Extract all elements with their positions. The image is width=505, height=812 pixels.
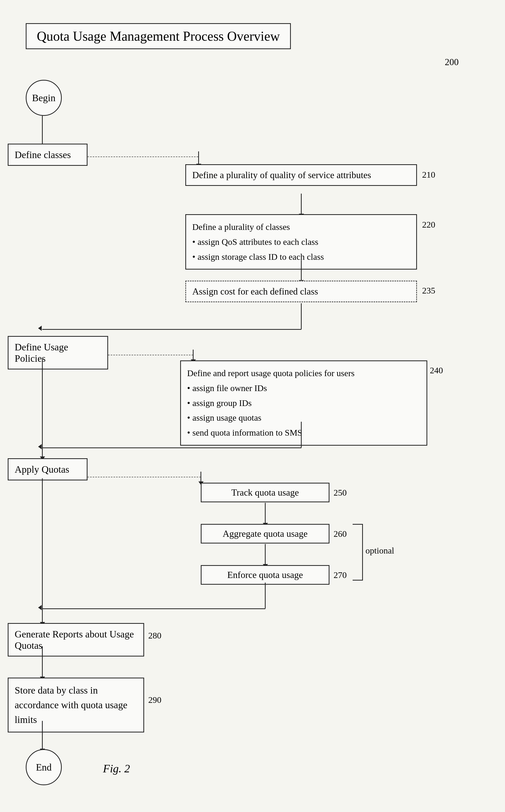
arrow-270-vertical bbox=[265, 583, 266, 608]
arrow-290-to-end bbox=[42, 721, 43, 749]
box-280-text: Generate Reports about Usage Quotas bbox=[15, 629, 134, 651]
arrow-235-vertical bbox=[301, 303, 302, 329]
box-270-text: Enforce quota usage bbox=[227, 570, 303, 580]
ref-220-label: 220 bbox=[422, 220, 435, 230]
arrow-240-horizontal bbox=[42, 448, 301, 448]
arrow-260-to-270 bbox=[265, 544, 266, 564]
define-classes-label: Define classes bbox=[15, 149, 71, 160]
ref-240-label: 240 bbox=[430, 365, 443, 375]
arrow-250-to-260 bbox=[265, 503, 266, 523]
arrow-235-horizontal bbox=[42, 329, 301, 330]
optional-label: optional bbox=[365, 546, 394, 555]
diagram-title: Quota Usage Management Process Overview bbox=[26, 23, 291, 49]
apply-quotas-box: Apply Quotas bbox=[8, 458, 88, 480]
box-240-bullet2: assign group IDs bbox=[187, 396, 420, 411]
arrow-to-box-250 bbox=[200, 472, 201, 482]
arrow-240-tip bbox=[38, 444, 42, 449]
arrow-240-vertical bbox=[301, 422, 302, 448]
box-240-bullet1: assign file owner IDs bbox=[187, 381, 420, 396]
ref-250-label: 250 bbox=[334, 488, 347, 498]
box-235-text: Assign cost for each defined class bbox=[192, 286, 318, 297]
box-260: Aggregate quota usage bbox=[201, 524, 329, 543]
dashed-line-apply bbox=[88, 477, 201, 477]
arrow-to-box-210 bbox=[198, 151, 199, 164]
box-280: Generate Reports about Usage Quotas bbox=[8, 623, 144, 656]
box-290-text: Store data by class in accordance with q… bbox=[15, 685, 127, 725]
box-235: Assign cost for each defined class bbox=[185, 281, 417, 302]
dashed-line-usage bbox=[108, 355, 193, 355]
arrow-235-tip bbox=[38, 326, 42, 331]
end-circle: End bbox=[26, 749, 62, 785]
arrow-270-horizontal bbox=[42, 608, 266, 609]
ref-210-label: 210 bbox=[422, 170, 435, 180]
box-250-text: Track quota usage bbox=[231, 487, 299, 498]
box-270: Enforce quota usage bbox=[201, 565, 329, 585]
ref-260-label: 260 bbox=[334, 529, 347, 539]
begin-circle: Begin bbox=[26, 80, 62, 116]
begin-label: Begin bbox=[32, 92, 55, 104]
box-290: Store data by class in accordance with q… bbox=[8, 678, 144, 733]
define-usage-label: Define Usage Policies bbox=[15, 342, 68, 364]
arrow-begin-to-define-classes bbox=[42, 116, 43, 144]
arrow-220-to-235 bbox=[301, 260, 302, 281]
box-240-title: Define and report usage quota policies f… bbox=[187, 368, 355, 378]
arrow-apply-down bbox=[42, 478, 43, 623]
box-210: Define a plurality of quality of service… bbox=[185, 164, 417, 186]
end-label: End bbox=[36, 762, 51, 773]
ref-280-label: 280 bbox=[148, 631, 161, 641]
diagram-container: Quota Usage Management Process Overview … bbox=[0, 0, 505, 812]
box-250: Track quota usage bbox=[201, 483, 329, 502]
box-240-bullet4: send quota information to SMS bbox=[187, 425, 420, 440]
box-220-title: Define a plurality of classes bbox=[192, 222, 290, 232]
box-210-text: Define a plurality of quality of service… bbox=[192, 170, 371, 180]
optional-brace bbox=[353, 524, 363, 581]
ref-290-label: 290 bbox=[148, 695, 161, 705]
ref-235-label: 235 bbox=[422, 286, 435, 296]
arrow-to-box-240 bbox=[193, 350, 194, 360]
apply-quotas-label: Apply Quotas bbox=[15, 464, 69, 475]
box-240: Define and report usage quota policies f… bbox=[180, 360, 427, 446]
ref-200: 200 bbox=[445, 57, 459, 67]
define-classes-box: Define classes bbox=[8, 144, 88, 166]
dashed-line-classes bbox=[88, 157, 198, 157]
box-260-text: Aggregate quota usage bbox=[223, 528, 308, 539]
box-240-bullet3: assign usage quotas bbox=[187, 411, 420, 425]
ref-270-label: 270 bbox=[334, 570, 347, 580]
arrow-210-to-220 bbox=[301, 194, 302, 214]
fig-label: Fig. 2 bbox=[103, 762, 130, 775]
arrow-280-to-290 bbox=[42, 646, 43, 677]
arrow-usage-down bbox=[42, 359, 43, 457]
arrow-270-tip bbox=[38, 605, 42, 610]
box-220-bullet1: assign QoS attributes to each class bbox=[192, 234, 410, 250]
define-usage-policies-box: Define Usage Policies bbox=[8, 336, 108, 369]
